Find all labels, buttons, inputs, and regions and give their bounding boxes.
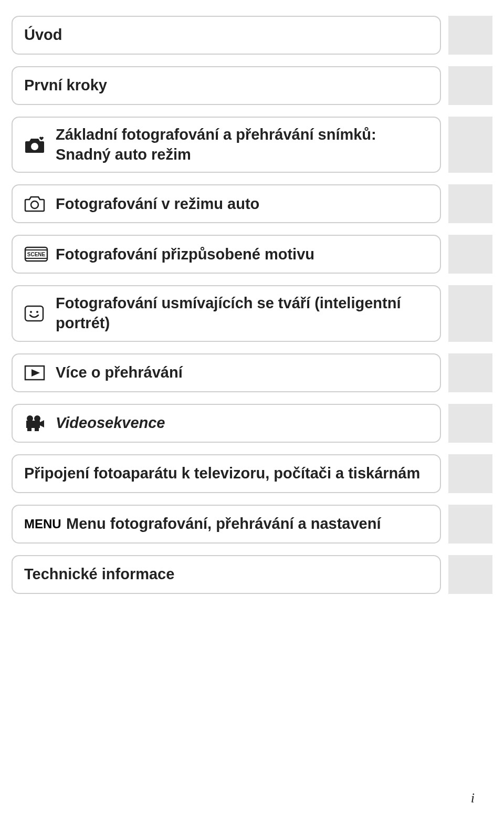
toc-row: Více o přehrávání [12, 353, 492, 392]
toc-label: Fotografování usmívajících se tváří (int… [56, 294, 428, 333]
toc-item-easy-auto[interactable]: Základní fotografování a přehrávání sním… [12, 117, 441, 173]
toc-item-movie[interactable]: Videosekvence [12, 404, 441, 443]
toc-item-intro[interactable]: Úvod [12, 16, 441, 55]
side-tab [448, 235, 492, 274]
toc-row: Připojení fotoaparátu k televizoru, počí… [12, 454, 492, 493]
side-tab [448, 505, 492, 544]
toc-label: Připojení fotoaparátu k televizoru, počí… [24, 464, 428, 484]
svg-text:SCENE: SCENE [27, 252, 46, 257]
toc-row: Fotografování v režimu auto [12, 184, 492, 223]
menu-icon: MENU [24, 517, 66, 531]
toc-row: Základní fotografování a přehrávání sním… [12, 117, 492, 173]
svg-rect-14 [35, 428, 39, 431]
svg-rect-12 [26, 421, 40, 428]
toc-label: Úvod [24, 25, 428, 45]
toc-label: Menu fotografování, přehrávání a nastave… [66, 514, 428, 534]
side-tab [448, 285, 492, 341]
toc-label: Videosekvence [56, 413, 428, 433]
toc-label: První kroky [24, 76, 428, 96]
svg-rect-13 [27, 428, 32, 431]
side-tab [448, 117, 492, 173]
camera-auto-icon [24, 136, 56, 154]
toc-label: Fotografování přizpůsobené motivu [56, 245, 428, 265]
toc-item-menu[interactable]: MENU Menu fotografování, přehrávání a na… [12, 505, 441, 544]
side-tab [448, 66, 492, 105]
camera-icon [24, 195, 56, 212]
toc-item-scene[interactable]: SCENE Fotografování přizpůsobené motivu [12, 235, 441, 274]
movie-camera-icon [24, 414, 56, 432]
toc-label: Základní fotografování a přehrávání sním… [56, 125, 428, 164]
side-tab [448, 404, 492, 443]
side-tab [448, 454, 492, 493]
svg-point-0 [31, 143, 38, 150]
toc-row: Fotografování usmívajících se tváří (int… [12, 285, 492, 341]
toc-item-technical[interactable]: Technické informace [12, 555, 441, 594]
toc-item-smile[interactable]: Fotografování usmívajících se tváří (int… [12, 285, 441, 341]
toc-row: SCENE Fotografování přizpůsobené motivu [12, 235, 492, 274]
toc-label: Technické informace [24, 565, 428, 584]
toc-row: Úvod [12, 16, 492, 55]
svg-point-7 [30, 311, 32, 313]
toc-row: První kroky [12, 66, 492, 105]
toc-row: MENU Menu fotografování, přehrávání a na… [12, 505, 492, 544]
toc-item-connect[interactable]: Připojení fotoaparátu k televizoru, počí… [12, 454, 441, 493]
side-tab [448, 184, 492, 223]
toc-row: Videosekvence [12, 404, 492, 443]
side-tab [448, 353, 492, 392]
side-tab [448, 555, 492, 594]
svg-point-1 [31, 201, 38, 208]
toc-label: Více o přehrávání [56, 363, 428, 383]
scene-icon: SCENE [24, 246, 56, 262]
svg-point-8 [36, 311, 38, 313]
toc-row: Technické informace [12, 555, 492, 594]
play-icon [24, 365, 56, 381]
toc-label: Fotografování v režimu auto [56, 194, 428, 214]
toc-item-auto-mode[interactable]: Fotografování v režimu auto [12, 184, 441, 223]
page-number: i [471, 790, 475, 806]
toc-item-first-steps[interactable]: První kroky [12, 66, 441, 105]
smile-icon [24, 305, 56, 322]
toc-item-playback[interactable]: Více o přehrávání [12, 353, 441, 392]
svg-rect-6 [25, 306, 43, 321]
side-tab [448, 16, 492, 55]
